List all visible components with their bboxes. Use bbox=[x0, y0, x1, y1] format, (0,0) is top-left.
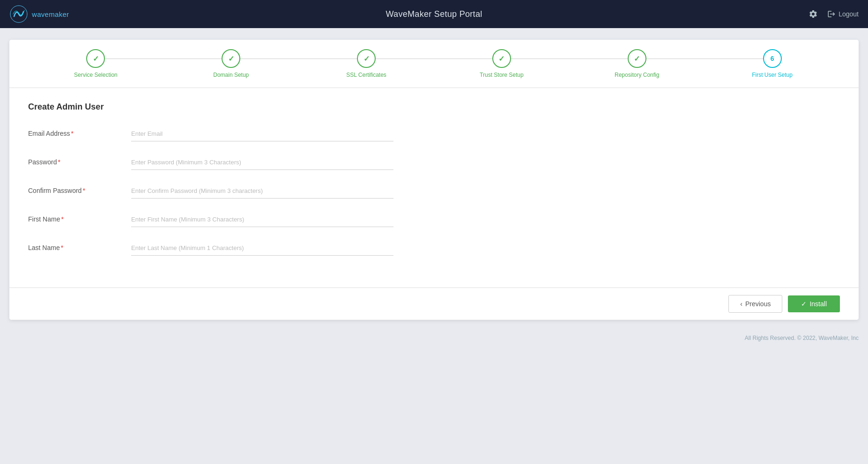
password-group: Password* bbox=[28, 155, 840, 170]
first-name-group: First Name* bbox=[28, 212, 840, 227]
password-input-wrapper bbox=[131, 155, 393, 170]
previous-button[interactable]: ‹ Previous bbox=[728, 295, 782, 313]
confirm-password-label: Confirm Password* bbox=[28, 183, 131, 194]
step-2: ✓ Domain Setup bbox=[163, 49, 299, 78]
step-1-label: Service Selection bbox=[74, 72, 118, 78]
previous-icon: ‹ bbox=[740, 300, 742, 308]
email-label: Email Address* bbox=[28, 126, 131, 137]
last-name-input[interactable] bbox=[131, 240, 393, 256]
header-actions: Logout bbox=[809, 9, 859, 19]
steps-card: ✓ Service Selection ✓ Domain Setup ✓ SSL… bbox=[9, 40, 859, 88]
logo: wavemaker bbox=[9, 5, 69, 23]
install-button[interactable]: ✓ Install bbox=[788, 295, 840, 312]
gear-icon bbox=[809, 9, 818, 19]
header-title: WaveMaker Setup Portal bbox=[386, 9, 482, 19]
main-card: ✓ Service Selection ✓ Domain Setup ✓ SSL… bbox=[9, 40, 859, 320]
settings-button[interactable] bbox=[809, 9, 818, 19]
last-name-input-wrapper bbox=[131, 240, 393, 256]
step-1: ✓ Service Selection bbox=[28, 49, 163, 78]
step-6: 6 First User Setup bbox=[705, 49, 840, 78]
step-2-circle: ✓ bbox=[222, 49, 240, 68]
logout-label: Logout bbox=[838, 10, 859, 18]
step-2-label: Domain Setup bbox=[213, 72, 249, 78]
step-4-label: Trust Store Setup bbox=[480, 72, 524, 78]
password-input[interactable] bbox=[131, 155, 393, 170]
step-5-circle: ✓ bbox=[628, 49, 646, 68]
first-name-input-wrapper bbox=[131, 212, 393, 227]
confirm-password-input[interactable] bbox=[131, 183, 393, 199]
step-4: ✓ Trust Store Setup bbox=[434, 49, 569, 78]
app-header: wavemaker WaveMaker Setup Portal Logout bbox=[0, 0, 868, 28]
first-name-input[interactable] bbox=[131, 212, 393, 227]
email-input[interactable] bbox=[131, 126, 393, 141]
actions-card: ‹ Previous ✓ Install bbox=[9, 287, 859, 320]
steps-container: ✓ Service Selection ✓ Domain Setup ✓ SSL… bbox=[28, 49, 840, 78]
password-label: Password* bbox=[28, 155, 131, 166]
step-5: ✓ Repository Config bbox=[569, 49, 705, 78]
logout-button[interactable]: Logout bbox=[827, 10, 859, 18]
step-3-label: SSL Certificates bbox=[346, 72, 386, 78]
step-6-circle: 6 bbox=[763, 49, 782, 68]
last-name-group: Last Name* bbox=[28, 240, 840, 256]
previous-label: Previous bbox=[745, 300, 771, 308]
confirm-password-group: Confirm Password* bbox=[28, 183, 840, 199]
email-input-wrapper bbox=[131, 126, 393, 141]
form-title: Create Admin User bbox=[28, 102, 840, 112]
logout-icon bbox=[827, 10, 836, 18]
step-4-circle: ✓ bbox=[492, 49, 511, 68]
email-group: Email Address* bbox=[28, 126, 840, 141]
step-1-circle: ✓ bbox=[86, 49, 105, 68]
page-footer: All Rights Reserved. © 2022, WaveMaker, … bbox=[0, 329, 868, 347]
install-check-icon: ✓ bbox=[801, 300, 807, 308]
copyright-text: All Rights Reserved. © 2022, WaveMaker, … bbox=[745, 335, 859, 341]
last-name-label: Last Name* bbox=[28, 240, 131, 251]
install-label: Install bbox=[809, 300, 827, 308]
step-5-label: Repository Config bbox=[615, 72, 659, 78]
logo-text: wavemaker bbox=[32, 10, 69, 18]
logo-icon bbox=[9, 5, 28, 23]
step-3-circle: ✓ bbox=[357, 49, 376, 68]
step-3: ✓ SSL Certificates bbox=[299, 49, 434, 78]
form-card: Create Admin User Email Address* Passwor… bbox=[9, 88, 859, 287]
step-6-label: First User Setup bbox=[752, 72, 793, 78]
first-name-label: First Name* bbox=[28, 212, 131, 223]
confirm-password-input-wrapper bbox=[131, 183, 393, 199]
